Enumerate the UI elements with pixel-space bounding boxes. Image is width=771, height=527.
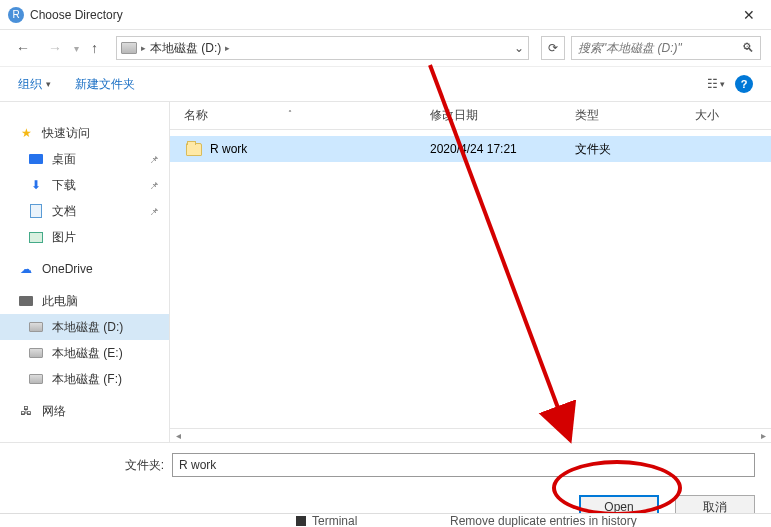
- breadcrumb-segment[interactable]: 本地磁盘 (D:): [150, 40, 221, 57]
- sidebar-label: 快速访问: [42, 125, 90, 142]
- search-box[interactable]: 🔍︎: [571, 36, 761, 60]
- pc-icon: [19, 296, 33, 306]
- sidebar-label: 网络: [42, 403, 66, 420]
- bleed-remove-label: Remove duplicate entries in history: [450, 514, 637, 527]
- organize-label: 组织: [18, 76, 42, 93]
- search-icon[interactable]: 🔍︎: [742, 41, 754, 55]
- sidebar-item-network[interactable]: 🖧︎ 网络: [0, 398, 169, 424]
- chevron-down-icon: ▾: [46, 79, 51, 89]
- forward-button[interactable]: →: [42, 38, 68, 58]
- sidebar-label: 本地磁盘 (F:): [52, 371, 122, 388]
- sort-caret-icon: ˄: [288, 109, 292, 118]
- toolbar: 组织 ▾ 新建文件夹 ☷ ▾ ?: [0, 66, 771, 102]
- file-name: R work: [210, 142, 247, 156]
- sidebar-item-drive-f[interactable]: 本地磁盘 (F:): [0, 366, 169, 392]
- sidebar-label: 此电脑: [42, 293, 78, 310]
- scroll-right-icon[interactable]: ▸: [755, 430, 771, 441]
- sidebar-item-drive-e[interactable]: 本地磁盘 (E:): [0, 340, 169, 366]
- view-options-button[interactable]: ☷ ▾: [707, 77, 725, 91]
- bleed-terminal-label: Terminal: [312, 514, 357, 527]
- star-icon: ★: [18, 125, 34, 141]
- sidebar-label: 本地磁盘 (D:): [52, 319, 123, 336]
- list-header: 名称 ˄ 修改日期 类型 大小: [170, 102, 771, 130]
- breadcrumb[interactable]: ▸ 本地磁盘 (D:) ▸ ⌄: [116, 36, 529, 60]
- cloud-icon: ☁: [18, 261, 34, 277]
- horizontal-scrollbar[interactable]: ◂ ▸: [170, 428, 771, 442]
- chevron-right-icon: ▸: [225, 43, 230, 53]
- file-list: 名称 ˄ 修改日期 类型 大小 R work 2020/4/24 17:21 文…: [170, 102, 771, 442]
- terminal-icon: [296, 516, 306, 526]
- sidebar-item-desktop[interactable]: 桌面 📌︎: [0, 146, 169, 172]
- network-icon: 🖧︎: [18, 403, 34, 419]
- sidebar-item-drive-d[interactable]: 本地磁盘 (D:): [0, 314, 169, 340]
- search-input[interactable]: [578, 41, 742, 55]
- folder-icon: [186, 143, 202, 156]
- back-button[interactable]: ←: [10, 38, 36, 58]
- chevron-right-icon: ▸: [141, 43, 146, 53]
- sidebar-label: 图片: [52, 229, 76, 246]
- drive-icon: [29, 322, 43, 332]
- download-icon: ⬇: [28, 177, 44, 193]
- sidebar-label: 本地磁盘 (E:): [52, 345, 123, 362]
- breadcrumb-dropdown-icon[interactable]: ⌄: [514, 41, 524, 55]
- organize-button[interactable]: 组织 ▾: [18, 76, 51, 93]
- sidebar-item-quick-access[interactable]: ★ 快速访问: [0, 120, 169, 146]
- pin-icon: 📌︎: [149, 180, 159, 191]
- folder-name-input[interactable]: [172, 453, 755, 477]
- navbar: ← → ▾ ↑ ▸ 本地磁盘 (D:) ▸ ⌄ ⟳ 🔍︎: [0, 30, 771, 66]
- column-date[interactable]: 修改日期: [430, 107, 575, 124]
- sidebar-label: 下载: [52, 177, 76, 194]
- drive-icon: [121, 42, 137, 54]
- file-type: 文件夹: [575, 141, 695, 158]
- history-dropdown-icon[interactable]: ▾: [74, 43, 79, 54]
- sidebar-item-this-pc[interactable]: 此电脑: [0, 288, 169, 314]
- help-button[interactable]: ?: [735, 75, 753, 93]
- column-name[interactable]: 名称 ˄: [170, 107, 430, 124]
- sidebar-item-pictures[interactable]: 图片: [0, 224, 169, 250]
- close-icon[interactable]: ✕: [735, 3, 763, 27]
- sidebar-item-documents[interactable]: 文档 📌︎: [0, 198, 169, 224]
- drive-icon: [29, 348, 43, 358]
- titlebar: R Choose Directory ✕: [0, 0, 771, 30]
- document-icon: [30, 204, 42, 218]
- window-title: Choose Directory: [30, 8, 123, 22]
- picture-icon: [29, 232, 43, 243]
- pin-icon: 📌︎: [149, 154, 159, 165]
- app-icon: R: [8, 7, 24, 23]
- up-button[interactable]: ↑: [85, 38, 104, 58]
- drive-icon: [29, 374, 43, 384]
- sidebar-label: 文档: [52, 203, 76, 220]
- list-item[interactable]: R work 2020/4/24 17:21 文件夹: [170, 136, 771, 162]
- scroll-left-icon[interactable]: ◂: [170, 430, 186, 441]
- file-date: 2020/4/24 17:21: [430, 142, 575, 156]
- folder-label: 文件夹:: [16, 457, 164, 474]
- sidebar: ★ 快速访问 桌面 📌︎ ⬇ 下载 📌︎ 文档 📌︎ 图片 ☁ OneDrive: [0, 102, 170, 442]
- background-window-bleed: Terminal Remove duplicate entries in his…: [0, 513, 771, 527]
- sidebar-label: OneDrive: [42, 262, 93, 276]
- sidebar-item-downloads[interactable]: ⬇ 下载 📌︎: [0, 172, 169, 198]
- refresh-button[interactable]: ⟳: [541, 36, 565, 60]
- desktop-icon: [29, 154, 43, 164]
- column-size[interactable]: 大小: [695, 107, 771, 124]
- sidebar-label: 桌面: [52, 151, 76, 168]
- new-folder-button[interactable]: 新建文件夹: [75, 76, 135, 93]
- sidebar-item-onedrive[interactable]: ☁ OneDrive: [0, 256, 169, 282]
- body-area: ★ 快速访问 桌面 📌︎ ⬇ 下载 📌︎ 文档 📌︎ 图片 ☁ OneDrive: [0, 102, 771, 442]
- column-type[interactable]: 类型: [575, 107, 695, 124]
- pin-icon: 📌︎: [149, 206, 159, 217]
